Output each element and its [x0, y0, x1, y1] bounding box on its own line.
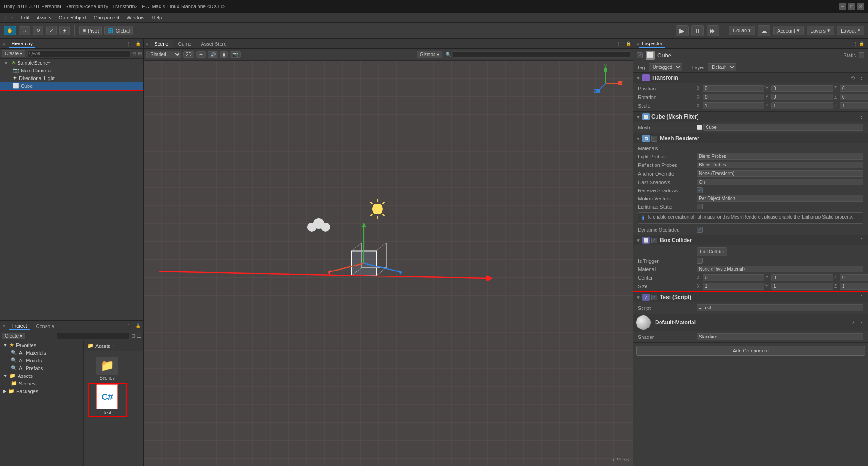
size-z-input[interactable] — [840, 283, 868, 290]
default-material-header[interactable]: Default-Material ↗ ⋮ — [633, 314, 868, 331]
asset-store-tab[interactable]: Asset Store — [196, 40, 231, 48]
lighting-toggle[interactable]: ☀ — [196, 51, 206, 58]
menu-item-edit[interactable]: Edit — [17, 14, 33, 21]
maximize-button[interactable]: □ — [848, 3, 855, 10]
all-models-item[interactable]: 🔍 All Models — [0, 357, 83, 364]
asset-scenes-folder[interactable]: 📁 Scenes — [89, 357, 125, 380]
hierarchy-collapse[interactable]: ⊟ — [132, 51, 136, 56]
is-trigger-checkbox[interactable] — [697, 258, 703, 264]
collider-material-input[interactable] — [697, 266, 863, 272]
favorites-section[interactable]: ▼ ★ Favorites — [0, 341, 83, 349]
box-collider-options[interactable]: ⋮ — [858, 237, 865, 244]
project-lock[interactable]: 🔒 — [135, 323, 141, 328]
tool-move[interactable]: ↔ — [19, 26, 30, 35]
step-button[interactable]: ⏭ — [707, 25, 719, 36]
hierarchy-item-cube[interactable]: ⬜ Cube — [0, 82, 143, 90]
default-material-options[interactable]: ⋮ — [858, 319, 865, 326]
layer-dropdown[interactable]: Default — [708, 63, 736, 71]
menu-item-assets[interactable]: Assets — [33, 14, 55, 21]
shader-input[interactable] — [697, 333, 863, 340]
rot-x-input[interactable] — [703, 94, 764, 100]
asset-test-script[interactable]: C# Test — [89, 384, 125, 415]
script-value-input[interactable] — [697, 304, 863, 311]
pos-z-input[interactable] — [840, 85, 868, 92]
box-collider-toggle[interactable] — [651, 238, 657, 243]
motion-vectors-input[interactable] — [697, 195, 863, 202]
layers-dropdown[interactable]: Layers ▾ — [807, 26, 834, 35]
object-name[interactable]: Cube — [657, 52, 840, 59]
size-x-input[interactable] — [703, 283, 764, 290]
collab-button[interactable]: Collab ▾ — [729, 26, 755, 35]
default-material-goto[interactable]: ↗ — [849, 319, 856, 326]
edit-collider-btn[interactable]: Edit Collider — [697, 247, 727, 256]
mesh-filter-options[interactable]: ⋮ — [858, 114, 865, 120]
tool-rotate[interactable]: ↻ — [33, 26, 43, 35]
object-active-toggle[interactable] — [637, 52, 643, 58]
mesh-value-input[interactable] — [703, 124, 863, 131]
mesh-renderer-toggle[interactable] — [651, 136, 657, 142]
cast-shadows-input[interactable] — [697, 179, 863, 185]
2d-toggle[interactable]: 2D — [183, 51, 194, 58]
center-z-input[interactable] — [840, 274, 868, 281]
close-button[interactable]: ✕ — [857, 3, 864, 10]
menu-item-component[interactable]: Component — [90, 14, 123, 21]
hierarchy-options[interactable]: ⋮ — [126, 41, 131, 46]
static-checkbox[interactable] — [859, 52, 864, 58]
layout-dropdown[interactable]: Layout ▾ — [837, 26, 864, 35]
menu-item-file[interactable]: File — [2, 14, 17, 21]
shading-mode-dropdown[interactable]: Shaded Wireframe — [146, 51, 181, 58]
mesh-renderer-options[interactable]: ⋮ — [858, 135, 865, 142]
game-tab[interactable]: Game — [173, 40, 196, 48]
test-script-toggle[interactable] — [651, 295, 657, 300]
dynamic-occluded-checkbox[interactable] — [697, 227, 703, 233]
scenes-folder-item[interactable]: 📁 Scenes — [0, 380, 83, 387]
transform-reset[interactable]: ⟲ — [849, 75, 856, 81]
center-y-input[interactable] — [771, 274, 833, 281]
packages-section[interactable]: ▶ 📁 Packages — [0, 387, 83, 395]
light-probes-input[interactable] — [697, 153, 863, 160]
pivot-toggle[interactable]: ⊕ Pivot — [79, 26, 102, 35]
test-script-header[interactable]: ▼ # Test (Script) ⋮ — [633, 292, 868, 302]
hierarchy-tab[interactable]: Hierarchy — [9, 40, 35, 48]
tag-dropdown[interactable]: Untagged — [649, 63, 682, 71]
all-prefabs-item[interactable]: 🔍 All Prefabs — [0, 364, 83, 372]
pos-y-input[interactable] — [771, 85, 833, 92]
receive-shadows-checkbox[interactable] — [697, 187, 703, 193]
hierarchy-lock[interactable]: 🔒 — [135, 41, 141, 46]
account-dropdown[interactable]: Account ▾ — [773, 26, 804, 35]
global-toggle[interactable]: 🌐 Global — [104, 26, 133, 35]
hierarchy-item-camera[interactable]: 📷 Main Camera — [0, 67, 143, 74]
inspector-lock[interactable]: 🔒 — [859, 41, 864, 46]
mesh-renderer-header[interactable]: ▼ 🖼 Mesh Renderer ⋮ — [633, 133, 868, 143]
test-script-options[interactable]: ⋮ — [858, 294, 865, 301]
project-options2[interactable]: ⊞ — [131, 333, 135, 339]
project-options[interactable]: ⋮ — [126, 323, 131, 328]
project-create[interactable]: Create ▾ — [2, 333, 25, 339]
menu-item-help[interactable]: Help — [148, 14, 165, 21]
scale-x-input[interactable] — [703, 102, 764, 109]
transform-options[interactable]: ⋮ — [858, 75, 865, 81]
add-component-button[interactable]: Add Component — [636, 346, 865, 356]
hierarchy-create[interactable]: Create ▾ — [2, 50, 25, 57]
tool-hand[interactable]: ✋ — [4, 26, 16, 35]
scene-search[interactable] — [453, 51, 630, 58]
anchor-override-input[interactable] — [697, 170, 863, 177]
pos-x-input[interactable] — [703, 85, 764, 92]
project-list[interactable]: ☰ — [137, 333, 142, 339]
tool-rect[interactable]: ⊞ — [59, 26, 70, 35]
cloud-button[interactable]: ☁ — [758, 25, 770, 36]
reflection-probes-input[interactable] — [697, 162, 863, 168]
inspector-tab[interactable]: Inspector — [639, 40, 665, 48]
project-search[interactable] — [57, 333, 129, 339]
size-y-input[interactable] — [771, 283, 833, 290]
hierarchy-item-light[interactable]: ☀ Directional Light — [0, 74, 143, 82]
project-tab[interactable]: Project — [9, 322, 29, 330]
center-x-input[interactable] — [703, 274, 764, 281]
console-tab[interactable]: Console — [33, 323, 57, 330]
scene-viewport[interactable]: < Persp — [144, 61, 633, 466]
scale-y-input[interactable] — [771, 102, 833, 109]
camera-toggle[interactable]: 📷 — [230, 51, 241, 58]
all-materials-item[interactable]: 🔍 All Materials — [0, 349, 83, 357]
fx-toggle[interactable]: ⧫ — [220, 51, 228, 58]
audio-toggle[interactable]: 🔊 — [208, 51, 218, 58]
